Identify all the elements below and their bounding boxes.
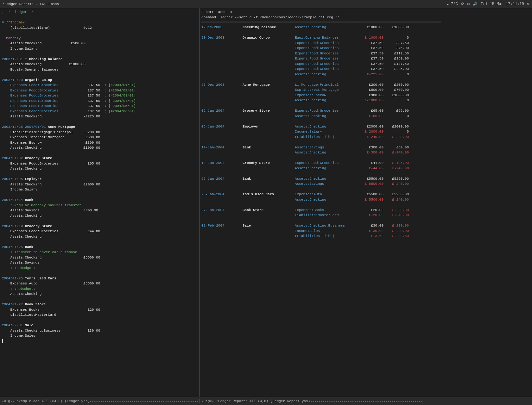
tx-desc bbox=[243, 87, 295, 93]
tx-desc bbox=[243, 93, 295, 98]
tx-account: Expens:Food:Groceries bbox=[295, 108, 358, 114]
tx-amount: £-2000.00 bbox=[358, 129, 383, 134]
tx-amount: £1000.00 bbox=[358, 25, 383, 30]
tx-account: Liabilitie:MasterCard bbox=[295, 213, 358, 218]
table-row: Income:Salary£-2000.000 bbox=[201, 129, 530, 134]
tx-account: Assets:Checking bbox=[295, 72, 358, 77]
tx-running-total: £1000.00 bbox=[383, 25, 409, 30]
tx-running-total: 0 bbox=[383, 129, 409, 134]
tx-account: Exp:Interest:Mortgage bbox=[295, 87, 358, 93]
tx-desc: Grocery Store bbox=[243, 108, 295, 114]
tx-amount: £-300.00 bbox=[358, 150, 383, 155]
table-row: Assets:Checking£-65.000 bbox=[201, 114, 530, 119]
tx-date bbox=[201, 93, 243, 98]
right-pane[interactable]: Report: account Command: ledger --sort d… bbox=[200, 8, 532, 397]
tx-separator bbox=[201, 155, 530, 161]
tx-account: Assets:Checking bbox=[295, 98, 358, 103]
tx-amount: £37.50 bbox=[358, 61, 383, 67]
status-left-text: -U:@-- example.dat All (64,0) (Ledger ya… bbox=[2, 399, 200, 403]
table-row: Assets:Checking£-5500.00£-240.00 bbox=[201, 197, 530, 202]
tx-account: Expens:Food:Groceries bbox=[295, 40, 358, 46]
tx-running-total: £1000.00 bbox=[383, 93, 409, 98]
left-tx2-l4: Expenses:Food:Groceries £37.50 ; [=2004/… bbox=[2, 98, 197, 104]
tx-date bbox=[201, 72, 243, 77]
tx-date bbox=[201, 98, 243, 103]
left-tx11-l1: Assets:Checking:Business £30.00 bbox=[2, 328, 197, 333]
tx-account: Assets:Checking:Business bbox=[295, 223, 358, 228]
table-row: Assets:Checking£-300.00£-240.00 bbox=[201, 150, 530, 155]
left-blank13 bbox=[2, 318, 197, 323]
tx-account: Assets:Checking bbox=[295, 25, 358, 30]
tx-date bbox=[201, 61, 243, 67]
left-tx6-l1: Assets:Savings £300.00 bbox=[2, 208, 197, 213]
tx-running-total: £-210.00 bbox=[383, 223, 409, 228]
table-row: Liabilitie:MasterCard£-20.00£-240.00 bbox=[201, 213, 530, 218]
settings-icon[interactable]: ⚙ bbox=[527, 2, 529, 6]
weather-indicator: ☁ 7°C bbox=[446, 2, 458, 6]
tx-desc bbox=[243, 197, 295, 202]
tx-running-total: £5260.00 bbox=[383, 192, 409, 197]
table-row: 28-Dec-2003Acme MortgageLi:Mortgage:Prin… bbox=[201, 82, 530, 88]
tx-account: (Liabilities:Tithe) bbox=[295, 234, 358, 239]
left-line-blank bbox=[2, 15, 197, 20]
tx-desc bbox=[243, 129, 295, 134]
left-blank7 bbox=[2, 171, 197, 177]
left-pane[interactable]: ; -*- ledger -*- = /*Income/ (Liabilitie… bbox=[0, 8, 200, 397]
editor-area: ; -*- ledger -*- = /*Income/ (Liabilitie… bbox=[0, 8, 532, 397]
left-tx10-l1: Expenses:Books £20.00 bbox=[2, 307, 197, 313]
table-row: 27-Jan-2004Book StoreExpenses:Books£20.0… bbox=[201, 208, 530, 213]
tx-desc bbox=[243, 61, 295, 67]
left-tx9-l2: Assets:Checking bbox=[2, 291, 197, 297]
tx-desc bbox=[243, 114, 295, 119]
table-row: (Liabilities:Tithe)£-240.00£-240.00 bbox=[201, 134, 530, 140]
tx-date: 19-Jan-2004 bbox=[201, 160, 243, 166]
tx-desc: Employer bbox=[243, 124, 295, 129]
left-tx1-header: 2003/12/01 * Checking balance bbox=[2, 57, 197, 62]
tx-account: Assets:Savings bbox=[295, 145, 358, 150]
tx-running-total: £225.00 bbox=[383, 66, 409, 72]
left-checking-line: Assets:Checking £500.00 bbox=[2, 41, 197, 46]
left-tx9-nobudget: ; :nobudget: bbox=[2, 286, 197, 292]
left-tx3-l2: Expenses:Interest:Mortgage £500.00 bbox=[2, 135, 197, 140]
left-tx2-l5: Expenses:Food:Groceries £37.50 ; [=2004/… bbox=[2, 103, 197, 109]
left-tx6-header: 2004/01/14 Bank bbox=[2, 197, 197, 203]
tx-running-total: £-243.60 bbox=[383, 234, 409, 239]
tx-amount: £-20.00 bbox=[358, 213, 383, 218]
title-bar-controls: ☁ 7°C ⟳ ✉ 🔊 Fri 15 Mar 17:11:19 ⚙ bbox=[446, 2, 529, 6]
tx-separator bbox=[201, 239, 530, 244]
tx-desc bbox=[243, 72, 295, 77]
mail-icon[interactable]: ✉ bbox=[467, 2, 470, 6]
tx-account: Expenses:Escrow bbox=[295, 93, 358, 98]
tx-amount: £200.00 bbox=[358, 82, 383, 88]
left-tx5-header: 2004/01/05 Employer bbox=[2, 177, 197, 182]
tx-account: Expens:Food:Groceries bbox=[295, 46, 358, 51]
tx-running-total: £200.00 bbox=[383, 82, 409, 88]
tx-date bbox=[201, 181, 243, 187]
tx-date: 14-Jan-2004 bbox=[201, 145, 243, 150]
left-tx9-l1: Expenses:Auto £5500.00 bbox=[2, 281, 197, 286]
tx-date bbox=[201, 234, 243, 239]
left-tx6-comment: ; Regular monthly savings transfer bbox=[2, 203, 197, 208]
table-row: 02-Jan-2004Grocery StoreExpens:Food:Groc… bbox=[201, 108, 530, 114]
tx-account: Income:Salary bbox=[295, 129, 358, 134]
left-tx10-header: 2004/01/27 Book Store bbox=[2, 302, 197, 307]
left-blank12 bbox=[2, 297, 197, 302]
left-tx4-l1: Expenses:Food:Groceries £65.00 bbox=[2, 161, 197, 166]
sync-icon[interactable]: ⟳ bbox=[461, 2, 464, 6]
tx-account: Assets:Checking bbox=[295, 176, 358, 182]
tx-separator bbox=[201, 140, 530, 145]
tx-amount: £30.00 bbox=[358, 223, 383, 228]
tx-desc: Grocery Store bbox=[243, 160, 295, 166]
tx-desc: Book Store bbox=[243, 208, 295, 213]
left-tx2-l3: Expenses:Food:Groceries £37.50 ; [=2004/… bbox=[2, 93, 197, 98]
table-row: 14-Jan-2004BankAssets:Savings£300.00£60.… bbox=[201, 145, 530, 150]
tx-desc bbox=[243, 234, 295, 239]
left-tx5-l1: Assets:Checking £2000.00 bbox=[2, 182, 197, 187]
tx-date bbox=[201, 40, 243, 46]
tx-desc bbox=[243, 51, 295, 56]
tx-desc bbox=[243, 66, 295, 72]
table-row: Assets:Checking£-1000.000 bbox=[201, 98, 530, 103]
rp-command-line: Command: ledger --sort d -f /home/borbus… bbox=[201, 15, 530, 20]
tx-desc: Bank bbox=[243, 176, 295, 182]
table-row: Expens:Food:Groceries£37.50£187.50 bbox=[201, 61, 530, 67]
